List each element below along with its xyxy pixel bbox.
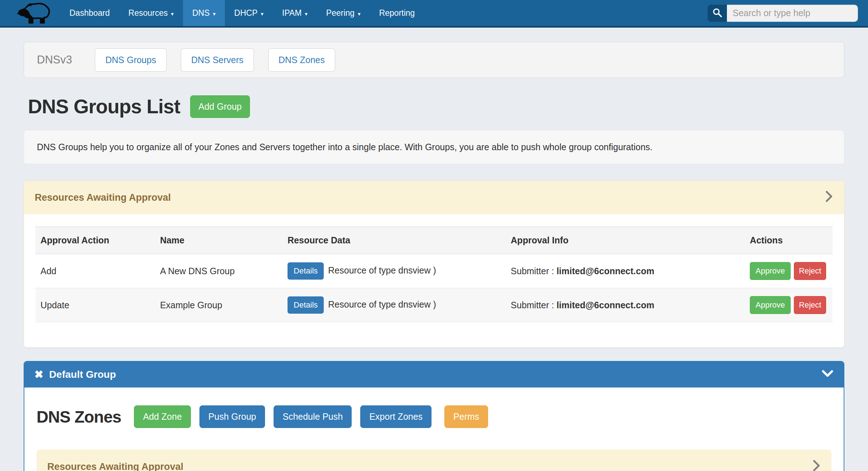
reject-button[interactable]: Reject: [794, 296, 826, 314]
nav-item-dhcp[interactable]: DHCP ▾: [225, 0, 273, 26]
cell-approval-action: Update: [35, 288, 155, 322]
caret-down-icon: ▾: [261, 11, 264, 16]
cell-resource-data: DetailsResource of type dnsview ): [283, 254, 506, 288]
cell-resource-data: DetailsResource of type dnsview ): [283, 288, 506, 322]
submitter-email: limited@6connect.com: [556, 266, 654, 276]
column-header-approval-info: Approval Info: [506, 227, 745, 254]
column-header-actions: Actions: [745, 227, 833, 254]
chevron-down-icon: [821, 369, 834, 380]
approval-panel-title: Resources Awaiting Approval: [35, 192, 171, 203]
table-row: Add A New DNS Group DetailsResource of t…: [35, 254, 833, 288]
nav-item-dashboard[interactable]: Dashboard: [60, 0, 119, 26]
dns-groups-button[interactable]: DNS Groups: [95, 48, 167, 72]
submitter-email: limited@6connect.com: [556, 300, 654, 310]
brand-logo[interactable]: [13, 0, 60, 26]
approval-table-header-row: Approval Action Name Resource Data Appro…: [35, 227, 833, 254]
page-description: DNS Groups help you to organize all of y…: [24, 130, 844, 164]
chevron-right-icon: [812, 459, 821, 471]
add-group-button[interactable]: Add Group: [190, 95, 250, 118]
page-heading-row: DNS Groups List Add Group: [28, 95, 844, 118]
nav-item-dns[interactable]: DNS ▾: [183, 0, 225, 26]
column-header-resource-data: Resource Data: [283, 227, 506, 254]
search-icon: [712, 7, 723, 19]
global-search: [708, 5, 858, 22]
rhino-logo-icon: [16, 0, 53, 27]
resource-text: Resource of type dnsview ): [328, 265, 436, 275]
submitter-label: Submitter :: [511, 300, 554, 310]
submitter-label: Submitter :: [511, 266, 554, 276]
default-group-title: Default Group: [49, 369, 116, 380]
schedule-push-button[interactable]: Schedule Push: [274, 405, 352, 428]
default-group-header[interactable]: ✖ Default Group: [24, 362, 844, 387]
nav-label: DNS: [192, 8, 210, 18]
search-button[interactable]: [708, 5, 727, 22]
dns-servers-button[interactable]: DNS Servers: [181, 48, 254, 72]
cell-approval-info: Submitter : limited@6connect.com: [506, 254, 745, 288]
push-group-button[interactable]: Push Group: [199, 405, 265, 428]
add-zone-button[interactable]: Add Zone: [134, 405, 191, 428]
reject-button[interactable]: Reject: [794, 262, 826, 280]
nav-menu: Dashboard Resources ▾ DNS ▾ DHCP ▾ IPAM …: [60, 0, 424, 26]
nav-item-peering[interactable]: Peering ▾: [317, 0, 370, 26]
dns-zones-heading-row: DNS Zones Add Zone Push Group Schedule P…: [24, 387, 844, 428]
dns-zones-title: DNS Zones: [37, 407, 121, 427]
group-approval-title: Resources Awaiting Approval: [47, 461, 183, 471]
nav-label: Resources: [129, 8, 168, 18]
cell-name: A New DNS Group: [155, 254, 283, 288]
caret-down-icon: ▾: [213, 11, 216, 16]
column-header-approval-action: Approval Action: [35, 227, 155, 254]
approval-panel-header[interactable]: Resources Awaiting Approval: [24, 181, 844, 214]
details-button[interactable]: Details: [288, 296, 324, 314]
caret-down-icon: ▾: [305, 11, 308, 16]
cell-approval-info: Submitter : limited@6connect.com: [506, 288, 745, 322]
caret-down-icon: ▾: [358, 11, 361, 16]
default-group-panel: ✖ Default Group DNS Zones Add Zone Push …: [24, 361, 844, 471]
perms-button[interactable]: Perms: [444, 405, 488, 428]
page-title: DNS Groups List: [28, 95, 180, 118]
nav-label: DHCP: [234, 8, 257, 18]
nav-label: Peering: [326, 8, 355, 18]
nav-label: Reporting: [379, 8, 415, 18]
resource-text: Resource of type dnsview ): [328, 299, 436, 309]
nav-item-ipam[interactable]: IPAM ▾: [273, 0, 317, 26]
search-input[interactable]: [727, 5, 858, 22]
top-navbar: Dashboard Resources ▾ DNS ▾ DHCP ▾ IPAM …: [0, 0, 868, 28]
approve-button[interactable]: Approve: [750, 262, 791, 280]
approve-button[interactable]: Approve: [750, 296, 791, 314]
approval-table: Approval Action Name Resource Data Appro…: [35, 227, 833, 322]
export-zones-button[interactable]: Export Zones: [360, 405, 431, 428]
chevron-right-icon: [825, 190, 833, 205]
caret-down-icon: ▾: [171, 11, 174, 16]
nav-item-reporting[interactable]: Reporting: [370, 0, 424, 26]
dnsv3-title: DNSv3: [37, 53, 72, 66]
group-approval-panel-header[interactable]: Resources Awaiting Approval: [37, 449, 831, 471]
close-icon[interactable]: ✖: [34, 369, 43, 380]
cell-actions: Approve Reject: [745, 288, 833, 322]
column-header-name: Name: [155, 227, 283, 254]
cell-actions: Approve Reject: [745, 254, 833, 288]
approval-panel: Resources Awaiting Approval Approval Act…: [24, 181, 844, 348]
nav-item-resources[interactable]: Resources ▾: [119, 0, 183, 26]
dns-zones-button[interactable]: DNS Zones: [268, 48, 335, 72]
default-group-body: DNS Zones Add Zone Push Group Schedule P…: [24, 387, 844, 471]
cell-name: Example Group: [155, 288, 283, 322]
table-row: Update Example Group DetailsResource of …: [35, 288, 833, 322]
dnsv3-subnav: DNSv3 DNS Groups DNS Servers DNS Zones: [24, 42, 844, 78]
details-button[interactable]: Details: [288, 262, 324, 280]
approval-panel-body: Approval Action Name Resource Data Appro…: [24, 214, 844, 347]
nav-label: IPAM: [282, 8, 302, 18]
cell-approval-action: Add: [35, 254, 155, 288]
nav-label: Dashboard: [69, 8, 110, 18]
